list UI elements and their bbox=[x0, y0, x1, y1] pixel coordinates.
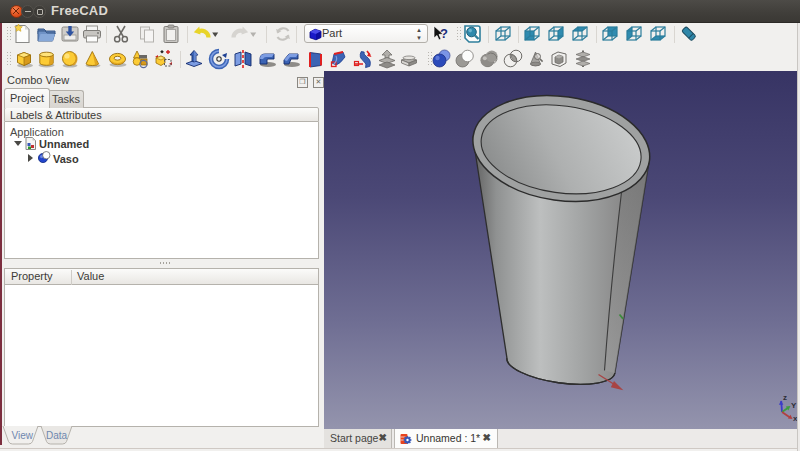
svg-text:View: View bbox=[12, 430, 34, 441]
svg-text:?: ? bbox=[440, 26, 448, 41]
svg-text:Data: Data bbox=[46, 430, 68, 441]
svg-text:z: z bbox=[783, 393, 787, 402]
